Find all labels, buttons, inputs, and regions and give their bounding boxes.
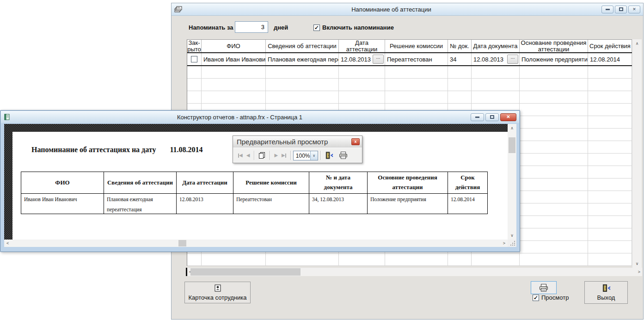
- row-closed-cell[interactable]: [187, 53, 202, 65]
- grid-empty-cell: [588, 228, 632, 240]
- preview-toolbar-titlebar[interactable]: Предварительный просмотр x: [233, 136, 362, 148]
- grid-empty-cell: [520, 228, 588, 240]
- report-horizontal-scroll-thumb[interactable]: [178, 240, 186, 246]
- exit-button-label: Выход: [597, 294, 615, 301]
- enable-reminder-label: Включить напоминание: [322, 24, 394, 31]
- previous-page-button[interactable]: ◀: [245, 150, 252, 160]
- cell-text: 12.08.2013: [473, 56, 503, 63]
- preview-checkbox[interactable]: ✓: [533, 295, 539, 301]
- reminder-window-titlebar[interactable]: Напоминание об аттестации ✕: [172, 3, 643, 16]
- grid-cell[interactable]: 12.08.2014: [588, 53, 632, 65]
- scroll-down-icon[interactable]: ∨: [632, 261, 642, 266]
- employee-card-icon: [214, 284, 221, 292]
- report-scroll-down-icon[interactable]: ∨: [508, 233, 516, 238]
- grid-empty-cell: [202, 79, 266, 91]
- grid-empty-cell: [588, 253, 632, 265]
- report-preview-window: Конструктор отчетов - attnap.frx - Стран…: [0, 110, 520, 252]
- document-date-cell[interactable]: 12.08.2013...: [472, 53, 520, 65]
- grid-column-header[interactable]: Дата документа: [472, 40, 520, 52]
- grid-empty-cell: [588, 66, 632, 78]
- report-column-header: Дата аттестации: [177, 172, 233, 194]
- grid-data-row[interactable]: Иванов Иван ИвановичПлановая ежегодная п…: [187, 53, 632, 66]
- grid-horizontal-scroll-thumb[interactable]: [190, 268, 301, 276]
- report-scroll-right-icon[interactable]: >: [503, 241, 505, 246]
- report-maximize-button[interactable]: [485, 113, 499, 121]
- grid-empty-cell: [520, 203, 588, 215]
- grid-cell[interactable]: Иванов Иван Иванович: [202, 53, 266, 65]
- grid-column-header[interactable]: Сведения об аттестации: [266, 40, 339, 52]
- print-button[interactable]: [531, 281, 557, 294]
- preview-toolbar-close-button[interactable]: x: [351, 138, 360, 145]
- go-to-page-button[interactable]: [257, 150, 267, 160]
- grid-empty-cell: [520, 154, 588, 166]
- print-report-button[interactable]: [337, 150, 350, 160]
- grid-cell[interactable]: Плановая ежегодная переаттестация: [266, 53, 339, 65]
- report-cell: Плановая ежегодная переаттестация: [104, 194, 177, 214]
- grid-empty-cell: [202, 253, 266, 265]
- attestation-date-cell[interactable]: 12.08.2013...: [339, 53, 385, 65]
- grid-empty-row: [187, 91, 632, 104]
- date-picker-button[interactable]: ...: [507, 55, 518, 64]
- grid-empty-cell: [588, 141, 632, 153]
- grid-empty-cell: [448, 91, 472, 103]
- grid-column-header[interactable]: Дата аттестации: [339, 40, 385, 52]
- grid-column-header[interactable]: № док.: [448, 40, 472, 52]
- report-scroll-up-icon[interactable]: ∧: [508, 126, 516, 130]
- report-close-button[interactable]: ✕: [500, 113, 516, 121]
- grid-cell[interactable]: Положение предприятия: [520, 53, 588, 65]
- grid-empty-cell: [520, 79, 588, 91]
- grid-horizontal-scrollbar[interactable]: < >: [187, 268, 642, 276]
- grid-empty-cell: [472, 79, 520, 91]
- scroll-up-icon[interactable]: ∧: [632, 41, 642, 46]
- report-window-titlebar[interactable]: Конструктор отчетов - attnap.frx - Стран…: [1, 111, 519, 123]
- report-vertical-scrollbar[interactable]: ∧ ∨: [508, 124, 516, 240]
- grid-empty-cell: [187, 79, 202, 91]
- grid-column-header[interactable]: ФИО: [202, 40, 266, 52]
- zoom-dropdown-icon[interactable]: ∨: [310, 151, 318, 160]
- remind-days-input[interactable]: [235, 21, 268, 33]
- report-cell: Иванов Иван Иванович: [21, 194, 104, 214]
- report-horizontal-scrollbar[interactable]: < >: [4, 240, 508, 247]
- report-header-row: ФИОСведения об аттестацииДата аттестации…: [21, 172, 488, 194]
- minimize-button[interactable]: [601, 6, 613, 13]
- grid-column-header[interactable]: Зак-рыто: [187, 40, 202, 52]
- grid-empty-cell: [588, 129, 632, 141]
- resize-grip[interactable]: [508, 240, 516, 247]
- closed-checkbox[interactable]: [191, 56, 197, 62]
- grid-empty-cell: [520, 253, 588, 265]
- close-button[interactable]: ✕: [628, 6, 640, 13]
- grid-empty-cell: [520, 191, 588, 203]
- grid-vertical-scrollbar[interactable]: ∧ ∨: [632, 39, 642, 268]
- grid-empty-cell: [187, 253, 202, 265]
- first-page-button[interactable]: ◀: [236, 150, 245, 160]
- grid-column-header[interactable]: Основание проведения аттестации: [520, 40, 588, 52]
- grid-cell[interactable]: Переаттестован: [385, 53, 448, 65]
- report-table: ФИОСведения об аттестацииДата аттестации…: [21, 172, 488, 214]
- date-picker-button[interactable]: ...: [373, 55, 384, 64]
- report-minimize-button[interactable]: [471, 113, 484, 121]
- enable-reminder-checkbox[interactable]: ✓: [313, 25, 320, 31]
- report-vertical-scroll-thumb[interactable]: [509, 137, 515, 153]
- exit-button[interactable]: Выход: [584, 281, 628, 304]
- next-page-button[interactable]: ▶: [272, 150, 280, 160]
- last-page-button[interactable]: ▶: [280, 150, 288, 160]
- grid-empty-cell: [520, 116, 588, 128]
- grid-empty-cell: [588, 104, 632, 116]
- report-scroll-left-icon[interactable]: <: [6, 241, 9, 246]
- zoom-combo[interactable]: 100% ∨: [293, 151, 318, 160]
- grid-empty-cell: [472, 253, 520, 265]
- maximize-button[interactable]: [615, 6, 627, 13]
- grid-empty-cell: [385, 79, 448, 91]
- grid-column-header[interactable]: Решение комиссии: [385, 40, 448, 52]
- toolbar-separator: [270, 151, 270, 160]
- preview-toolbar-body: ◀ ◀ ▶ ▶ 100: [233, 148, 362, 163]
- employee-card-button[interactable]: Карточка сотрудника: [184, 282, 251, 303]
- grid-empty-cell: [339, 66, 385, 78]
- grid-column-header[interactable]: Срок действия: [588, 40, 632, 52]
- grid-cell[interactable]: 34: [448, 53, 472, 65]
- close-preview-button[interactable]: [323, 150, 335, 160]
- report-cell: 34, 12.08.2013: [309, 194, 368, 214]
- scroll-right-icon[interactable]: >: [638, 270, 640, 274]
- report-window-icon: [4, 114, 10, 120]
- grid-empty-cell: [266, 79, 339, 91]
